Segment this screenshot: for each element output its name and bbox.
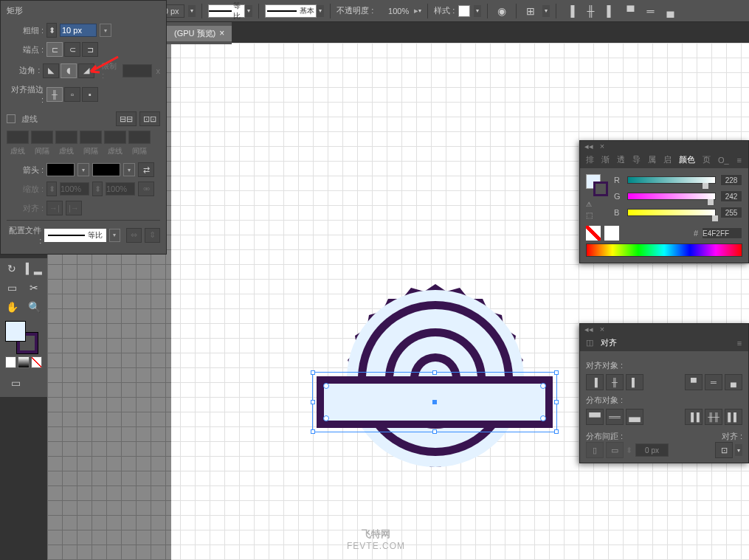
hex-input[interactable] (702, 227, 742, 239)
cap-round-button[interactable]: ⊂ (64, 42, 80, 57)
zoom-tool-icon[interactable]: 🔍 (24, 298, 44, 316)
r-value[interactable] (720, 174, 742, 186)
align-tab[interactable]: 对齐 (598, 336, 620, 350)
dist-right-button[interactable]: ▌▌ (725, 409, 742, 425)
align-left-button[interactable]: ▐ (586, 374, 604, 390)
graph-tool-icon[interactable]: ▍▂ (24, 260, 44, 277)
swap-arrows-icon[interactable]: ⇄ (138, 162, 154, 177)
tab-gradient[interactable]: 渐 (598, 153, 612, 167)
align-inside-button[interactable]: ▫ (64, 87, 80, 102)
arrow-start-dd[interactable]: ▾ (77, 163, 89, 176)
tab-page[interactable]: 页 (700, 153, 714, 167)
limit-input (122, 64, 152, 77)
dist-hcenter-button[interactable]: ╫╫ (705, 409, 722, 425)
weight-dd[interactable] (188, 5, 196, 17)
arrow-end[interactable] (92, 163, 120, 176)
dist-vcenter-button[interactable]: ══ (606, 409, 624, 425)
align-vcenter-icon[interactable]: ═ (642, 3, 658, 19)
brush-combo[interactable]: 基本 (265, 4, 317, 18)
align-hcenter-icon[interactable]: ╫ (582, 3, 598, 19)
sb-dd[interactable] (542, 5, 550, 17)
dash-align-icon[interactable]: ⊡⊡ (139, 111, 160, 126)
variable-width-combo[interactable]: 等比 (208, 4, 245, 18)
dist-bottom-button[interactable]: ▄▄ (626, 409, 643, 425)
color-mode-none[interactable] (31, 356, 42, 368)
dash-preserve-icon[interactable]: ⊟⊟ (116, 111, 137, 126)
spectrum-bar[interactable] (586, 243, 742, 257)
close-panel-icon[interactable]: × (596, 325, 608, 333)
shape-builder-icon[interactable]: ⊞ (522, 3, 539, 19)
weight-dropdown[interactable]: ▾ (100, 24, 111, 37)
b-value[interactable] (720, 207, 742, 218)
g-value[interactable] (720, 190, 742, 202)
dist-top-button[interactable]: ▀▀ (586, 409, 604, 425)
align-outside-button[interactable]: ▪ (82, 87, 98, 102)
color-mode-gradient[interactable] (18, 356, 29, 368)
align-hcenter-button[interactable]: ╫ (606, 374, 624, 390)
b-slider[interactable] (627, 209, 716, 216)
weight-input[interactable] (60, 24, 97, 37)
artboard-tool-icon[interactable]: ▭ (1, 279, 22, 297)
align-center-button[interactable]: ╫ (46, 87, 63, 102)
spacing-section: 分布间距 : (586, 431, 623, 442)
g-slider[interactable] (627, 193, 716, 200)
profile-combo[interactable]: 等比 (44, 229, 106, 242)
profile-dd[interactable]: ▾ (109, 229, 120, 242)
tab-color[interactable]: 颜色 (676, 153, 698, 167)
collapse-icon[interactable]: ◂◂ (583, 325, 595, 333)
collapse-icon[interactable]: ◂◂ (583, 142, 595, 150)
tab-transparency[interactable]: 透 (614, 153, 628, 167)
panel-menu-icon[interactable]: ≡ (734, 156, 745, 164)
white-swatch[interactable] (604, 226, 619, 241)
recolor-icon[interactable]: ◉ (494, 3, 510, 19)
screen-mode-icon[interactable]: ▭ (5, 374, 26, 392)
align-panel: ◂◂ × ◫ 对齐 ≡ 对齐对象 : ▐ ╫ ▌ ▀ ═ ▄ 分布对象 : ▀▀… (579, 323, 749, 463)
op-expand[interactable]: ▸ (414, 5, 421, 17)
panel-menu-icon[interactable]: ≡ (734, 339, 745, 347)
out-of-gamut-icon[interactable]: ⚠ (586, 201, 608, 208)
align-top-button[interactable]: ▀ (685, 374, 703, 390)
tab-layers[interactable]: 排 (583, 153, 597, 167)
stepper-icon[interactable]: ⬍ (46, 23, 57, 38)
fill-stroke-picker[interactable] (5, 321, 38, 353)
style-swatch[interactable] (458, 5, 470, 17)
align-right-icon[interactable]: ▌ (602, 3, 618, 19)
corner-miter-button[interactable]: ◣ (43, 63, 59, 78)
brush-dd[interactable] (317, 5, 324, 17)
close-panel-icon[interactable]: × (596, 142, 608, 150)
slice-tool-icon[interactable]: ✂ (24, 279, 44, 297)
tab-other[interactable]: O_ (715, 154, 732, 166)
dist-left-button[interactable]: ▐▐ (685, 409, 703, 425)
align-to-button[interactable]: ⊡ (715, 442, 733, 458)
document-tab[interactable]: (GPU 预览) × (167, 26, 232, 41)
r-slider[interactable] (627, 176, 716, 184)
none-swatch[interactable] (586, 226, 601, 241)
align-bottom-icon[interactable]: ▄ (662, 3, 678, 19)
vw-dd[interactable] (245, 5, 252, 17)
web-safe-icon[interactable]: ⬚ (586, 211, 608, 219)
opacity-input[interactable] (377, 4, 410, 18)
tab-attr[interactable]: 属 (645, 153, 659, 167)
arrow-start[interactable] (46, 163, 75, 176)
tab-nav[interactable]: 导 (629, 153, 643, 167)
color-swatch-picker[interactable] (586, 174, 608, 196)
align-to-dd[interactable] (735, 444, 742, 456)
corner-round-button[interactable]: ◖ (61, 63, 77, 78)
close-tab-icon[interactable]: × (219, 28, 224, 38)
align-bottom-button[interactable]: ▄ (725, 374, 742, 390)
align-right-button[interactable]: ▌ (626, 374, 643, 390)
fill-color[interactable] (5, 321, 26, 342)
hand-tool-icon[interactable]: ✋ (1, 298, 22, 316)
tab-launch[interactable]: 启 (660, 153, 674, 167)
dashed-checkbox[interactable] (7, 114, 15, 123)
arrow-end-dd[interactable]: ▾ (123, 163, 135, 176)
align-left-icon[interactable]: ▐ (562, 3, 579, 19)
style-dd[interactable] (474, 5, 481, 17)
color-mode-solid[interactable] (5, 356, 16, 368)
gap-3 (128, 131, 151, 144)
cap-butt-button[interactable]: ⊏ (46, 42, 63, 57)
rotate-tool-icon[interactable]: ↻ (1, 260, 22, 277)
align-top-icon[interactable]: ▀ (622, 3, 638, 19)
align-vcenter-button[interactable]: ═ (705, 374, 722, 390)
cap-square-button[interactable]: ⊐ (82, 42, 98, 57)
